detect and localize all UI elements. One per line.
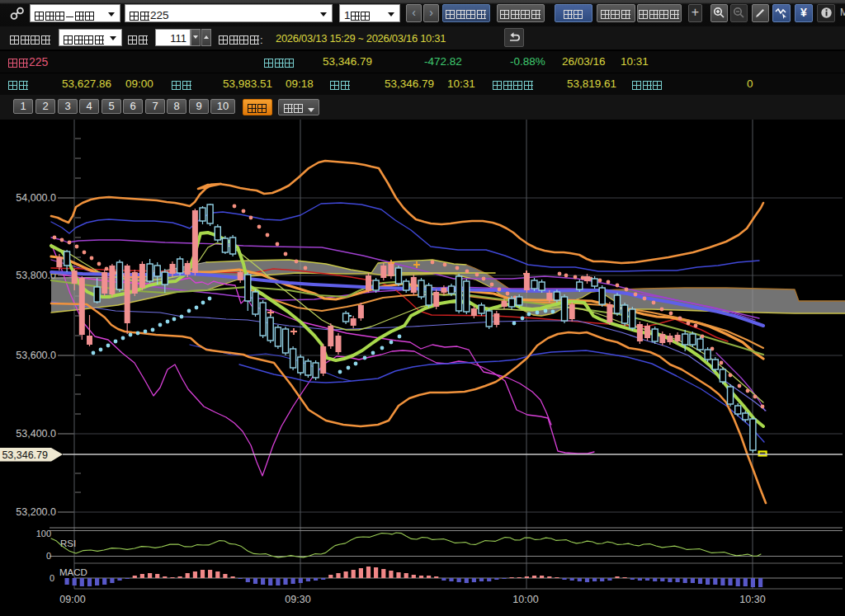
svg-text:53,600.0: 53,600.0: [16, 350, 56, 361]
svg-text:10:00: 10:00: [512, 594, 538, 605]
svg-text:53,200.0: 53,200.0: [16, 506, 56, 518]
svg-text:0: 0: [46, 551, 51, 561]
svg-text:10:30: 10:30: [739, 594, 765, 605]
svg-text:09:00: 09:00: [59, 594, 85, 605]
svg-text:MACD: MACD: [59, 567, 87, 577]
svg-text:100: 100: [36, 529, 51, 538]
svg-text:54,000.0: 54,000.0: [16, 192, 56, 204]
svg-text:0: 0: [50, 573, 54, 583]
svg-text:53,346.79: 53,346.79: [2, 449, 48, 461]
svg-text:09:30: 09:30: [285, 594, 310, 605]
svg-text:53,400.0: 53,400.0: [16, 428, 56, 440]
